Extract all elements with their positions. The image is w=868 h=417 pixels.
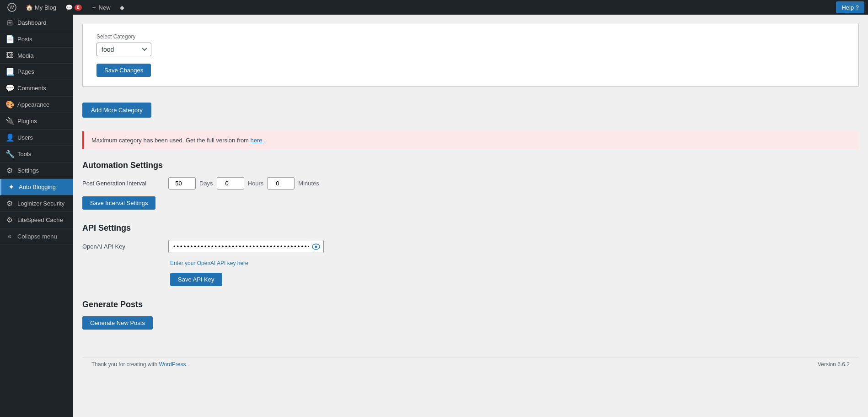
new-content-link[interactable]: ＋ New bbox=[87, 0, 114, 15]
save-interval-button[interactable]: Save Interval Settings bbox=[82, 196, 155, 210]
sidebar-item-collapse[interactable]: « Collapse menu bbox=[0, 228, 73, 244]
post-generation-row: Post Generation Interval Days Hours Minu… bbox=[82, 177, 859, 190]
appearance-icon: 🎨 bbox=[5, 100, 14, 109]
hours-unit-label: Hours bbox=[248, 180, 264, 187]
users-icon: 👤 bbox=[5, 133, 14, 142]
footer-version: Version 6.6.2 bbox=[818, 361, 850, 368]
notice-link[interactable]: here bbox=[251, 137, 264, 144]
generate-new-posts-button[interactable]: Generate New Posts bbox=[82, 316, 153, 330]
diamond-icon: ◆ bbox=[120, 4, 124, 11]
media-link[interactable]: 🖼 Media bbox=[0, 48, 73, 63]
loginizer-icon: ⚙ bbox=[5, 199, 14, 208]
media-label: Media bbox=[17, 52, 33, 59]
admin-bar: W 🏠 My Blog 💬 0 ＋ New ◆ Help ? bbox=[0, 0, 868, 15]
posts-link[interactable]: 📄 Posts bbox=[0, 31, 73, 47]
sidebar-item-litespeed[interactable]: ⚙ LiteSpeed Cache bbox=[0, 212, 73, 228]
sidebar-item-auto-blogging[interactable]: ✦ Auto Blogging bbox=[0, 179, 73, 195]
loginizer-label: Loginizer Security bbox=[17, 200, 64, 207]
sidebar-item-users[interactable]: 👤 Users bbox=[0, 130, 73, 146]
auto-blogging-link[interactable]: ✦ Auto Blogging bbox=[1, 179, 73, 195]
collapse-link[interactable]: « Collapse menu bbox=[0, 228, 73, 244]
content-wrap: Select Category food technology travel h… bbox=[82, 24, 859, 371]
posts-label: Posts bbox=[17, 36, 32, 43]
appearance-label: Appearance bbox=[17, 101, 49, 108]
toggle-api-visibility-button[interactable] bbox=[312, 244, 320, 250]
notice-link-text: here bbox=[251, 137, 263, 144]
dashboard-icon: ⊞ bbox=[5, 18, 14, 27]
sidebar-item-loginizer[interactable]: ⚙ Loginizer Security bbox=[0, 195, 73, 212]
settings-icon: ⚙ bbox=[5, 166, 14, 175]
wp-logo-link[interactable]: W bbox=[4, 0, 20, 15]
api-key-row: OpenAI API Key bbox=[82, 240, 859, 253]
sidebar-item-comments[interactable]: 💬 Comments bbox=[0, 80, 73, 97]
auto-blogging-label: Auto Blogging bbox=[19, 184, 56, 190]
comments-nav-icon: 💬 bbox=[5, 84, 14, 92]
sidebar-item-posts[interactable]: 📄 Posts bbox=[0, 31, 73, 48]
comments-nav-link[interactable]: 💬 Comments bbox=[0, 80, 73, 96]
site-name: My Blog bbox=[35, 4, 56, 11]
pages-icon: 📃 bbox=[5, 67, 14, 76]
sidebar-item-settings[interactable]: ⚙ Settings bbox=[0, 162, 73, 179]
save-api-key-button[interactable]: Save API Key bbox=[170, 273, 222, 286]
minutes-input[interactable] bbox=[267, 177, 295, 190]
add-category-button[interactable]: Add More Category bbox=[82, 103, 151, 118]
main-content: Select Category food technology travel h… bbox=[73, 15, 868, 417]
save-changes-button[interactable]: Save Changes bbox=[96, 64, 151, 77]
automation-title: Automation Settings bbox=[82, 161, 859, 170]
api-key-hint: Enter your OpenAI API key here bbox=[170, 260, 859, 266]
hours-input[interactable] bbox=[217, 177, 244, 190]
sidebar-item-dashboard[interactable]: ⊞ Dashboard bbox=[0, 15, 73, 31]
litespeed-link[interactable]: ⚙ LiteSpeed Cache bbox=[0, 212, 73, 228]
pages-label: Pages bbox=[17, 68, 34, 75]
api-key-label: OpenAI API Key bbox=[82, 243, 165, 250]
select-category-label: Select Category bbox=[96, 33, 845, 40]
dashboard-label: Dashboard bbox=[17, 19, 47, 26]
footer-wp-link[interactable]: WordPress bbox=[159, 361, 187, 368]
add-category-wrap: Add More Category bbox=[82, 96, 859, 125]
settings-link[interactable]: ⚙ Settings bbox=[0, 162, 73, 179]
admin-menu: ⊞ Dashboard 📄 Posts 🖼 Media 📃 P bbox=[0, 15, 73, 244]
days-unit-label: Days bbox=[199, 180, 213, 187]
plugins-icon: 🔌 bbox=[5, 117, 14, 125]
comments-link[interactable]: 💬 0 bbox=[62, 0, 86, 15]
api-key-field-wrap bbox=[168, 240, 324, 253]
sidebar-item-media[interactable]: 🖼 Media bbox=[0, 48, 73, 64]
plus-icon: ＋ bbox=[91, 3, 97, 11]
users-label: Users bbox=[17, 134, 33, 141]
footer-wp-link-text: WordPress bbox=[159, 361, 186, 368]
days-input[interactable] bbox=[168, 177, 196, 190]
help-button[interactable]: Help ? bbox=[836, 1, 864, 13]
admin-sidebar: ⊞ Dashboard 📄 Posts 🖼 Media 📃 P bbox=[0, 15, 73, 417]
media-icon: 🖼 bbox=[5, 51, 14, 60]
tools-link[interactable]: 🔧 Tools bbox=[0, 146, 73, 162]
comments-nav-label: Comments bbox=[17, 85, 46, 92]
automation-section: Automation Settings Post Generation Inte… bbox=[82, 161, 859, 210]
home-icon: 🏠 bbox=[26, 4, 33, 11]
diamond-icon-link[interactable]: ◆ bbox=[116, 0, 128, 15]
comment-icon: 💬 bbox=[65, 4, 73, 11]
dashboard-link[interactable]: ⊞ Dashboard bbox=[0, 15, 73, 31]
sidebar-item-appearance[interactable]: 🎨 Appearance bbox=[0, 97, 73, 113]
settings-label: Settings bbox=[17, 167, 39, 174]
users-link[interactable]: 👤 Users bbox=[0, 130, 73, 146]
site-name-link[interactable]: 🏠 My Blog bbox=[22, 0, 60, 15]
category-select[interactable]: food technology travel health business bbox=[96, 43, 151, 56]
api-key-input[interactable] bbox=[168, 240, 324, 253]
loginizer-link[interactable]: ⚙ Loginizer Security bbox=[0, 195, 73, 211]
svg-point-3 bbox=[315, 245, 317, 248]
sidebar-item-tools[interactable]: 🔧 Tools bbox=[0, 146, 73, 162]
post-generation-label: Post Generation Interval bbox=[82, 180, 165, 187]
sidebar-item-pages[interactable]: 📃 Pages bbox=[0, 64, 73, 80]
footer-thanks-text: Thank you for creating with bbox=[91, 361, 159, 368]
wp-wrap: ⊞ Dashboard 📄 Posts 🖼 Media 📃 P bbox=[0, 15, 868, 417]
tools-label: Tools bbox=[17, 151, 31, 157]
pages-link[interactable]: 📃 Pages bbox=[0, 64, 73, 80]
appearance-link[interactable]: 🎨 Appearance bbox=[0, 97, 73, 113]
wp-footer: Thank you for creating with WordPress . … bbox=[82, 357, 859, 371]
notice-text: Maximum category has been used. Get the … bbox=[91, 137, 251, 144]
litespeed-icon: ⚙ bbox=[5, 216, 14, 224]
sidebar-item-plugins[interactable]: 🔌 Plugins bbox=[0, 113, 73, 130]
plugins-link[interactable]: 🔌 Plugins bbox=[0, 113, 73, 129]
collapse-icon: « bbox=[5, 232, 14, 240]
generate-posts-section: Generate Posts Generate New Posts bbox=[82, 300, 859, 330]
